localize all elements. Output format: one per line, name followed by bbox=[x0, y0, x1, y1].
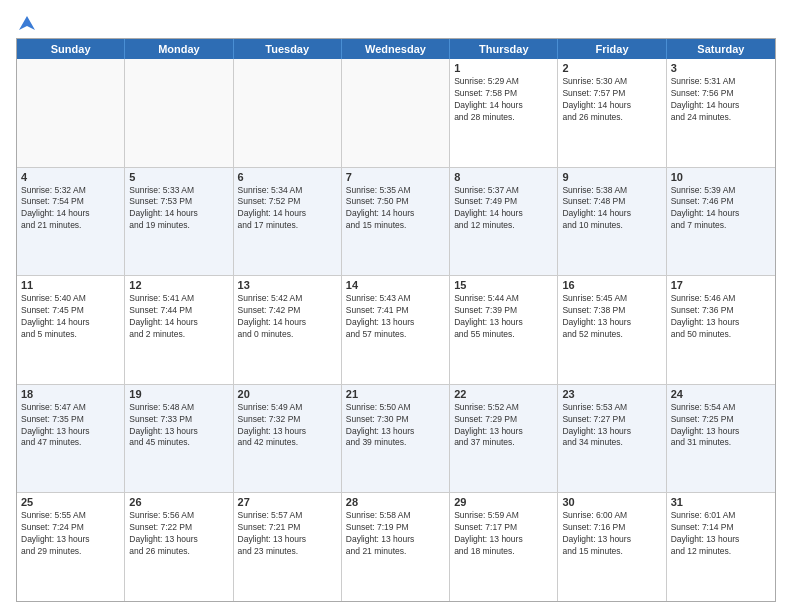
day-info: Sunrise: 5:46 AM Sunset: 7:36 PM Dayligh… bbox=[671, 293, 771, 341]
day-number: 17 bbox=[671, 279, 771, 291]
day-number: 19 bbox=[129, 388, 228, 400]
day-info: Sunrise: 5:56 AM Sunset: 7:22 PM Dayligh… bbox=[129, 510, 228, 558]
day-info: Sunrise: 5:31 AM Sunset: 7:56 PM Dayligh… bbox=[671, 76, 771, 124]
day-number: 31 bbox=[671, 496, 771, 508]
day-info: Sunrise: 5:41 AM Sunset: 7:44 PM Dayligh… bbox=[129, 293, 228, 341]
day-number: 13 bbox=[238, 279, 337, 291]
day-cell-19: 19Sunrise: 5:48 AM Sunset: 7:33 PM Dayli… bbox=[125, 385, 233, 493]
day-cell-2: 2Sunrise: 5:30 AM Sunset: 7:57 PM Daylig… bbox=[558, 59, 666, 167]
day-cell-15: 15Sunrise: 5:44 AM Sunset: 7:39 PM Dayli… bbox=[450, 276, 558, 384]
day-info: Sunrise: 5:53 AM Sunset: 7:27 PM Dayligh… bbox=[562, 402, 661, 450]
day-number: 8 bbox=[454, 171, 553, 183]
day-number: 21 bbox=[346, 388, 445, 400]
day-info: Sunrise: 5:44 AM Sunset: 7:39 PM Dayligh… bbox=[454, 293, 553, 341]
calendar-header: SundayMondayTuesdayWednesdayThursdayFrid… bbox=[17, 39, 775, 59]
day-info: Sunrise: 5:38 AM Sunset: 7:48 PM Dayligh… bbox=[562, 185, 661, 233]
header-day-thursday: Thursday bbox=[450, 39, 558, 59]
day-number: 5 bbox=[129, 171, 228, 183]
day-number: 23 bbox=[562, 388, 661, 400]
day-cell-10: 10Sunrise: 5:39 AM Sunset: 7:46 PM Dayli… bbox=[667, 168, 775, 276]
day-number: 1 bbox=[454, 62, 553, 74]
day-cell-8: 8Sunrise: 5:37 AM Sunset: 7:49 PM Daylig… bbox=[450, 168, 558, 276]
day-info: Sunrise: 5:55 AM Sunset: 7:24 PM Dayligh… bbox=[21, 510, 120, 558]
day-info: Sunrise: 5:52 AM Sunset: 7:29 PM Dayligh… bbox=[454, 402, 553, 450]
day-info: Sunrise: 5:32 AM Sunset: 7:54 PM Dayligh… bbox=[21, 185, 120, 233]
logo-bird-icon bbox=[17, 14, 37, 34]
day-info: Sunrise: 5:29 AM Sunset: 7:58 PM Dayligh… bbox=[454, 76, 553, 124]
day-info: Sunrise: 5:42 AM Sunset: 7:42 PM Dayligh… bbox=[238, 293, 337, 341]
day-info: Sunrise: 5:33 AM Sunset: 7:53 PM Dayligh… bbox=[129, 185, 228, 233]
day-info: Sunrise: 5:49 AM Sunset: 7:32 PM Dayligh… bbox=[238, 402, 337, 450]
day-number: 16 bbox=[562, 279, 661, 291]
day-info: Sunrise: 6:00 AM Sunset: 7:16 PM Dayligh… bbox=[562, 510, 661, 558]
day-number: 2 bbox=[562, 62, 661, 74]
day-info: Sunrise: 5:54 AM Sunset: 7:25 PM Dayligh… bbox=[671, 402, 771, 450]
day-info: Sunrise: 5:30 AM Sunset: 7:57 PM Dayligh… bbox=[562, 76, 661, 124]
day-number: 15 bbox=[454, 279, 553, 291]
day-cell-26: 26Sunrise: 5:56 AM Sunset: 7:22 PM Dayli… bbox=[125, 493, 233, 601]
calendar: SundayMondayTuesdayWednesdayThursdayFrid… bbox=[16, 38, 776, 602]
day-cell-24: 24Sunrise: 5:54 AM Sunset: 7:25 PM Dayli… bbox=[667, 385, 775, 493]
day-cell-3: 3Sunrise: 5:31 AM Sunset: 7:56 PM Daylig… bbox=[667, 59, 775, 167]
day-cell-4: 4Sunrise: 5:32 AM Sunset: 7:54 PM Daylig… bbox=[17, 168, 125, 276]
day-number: 11 bbox=[21, 279, 120, 291]
header-day-saturday: Saturday bbox=[667, 39, 775, 59]
header-day-tuesday: Tuesday bbox=[234, 39, 342, 59]
day-number: 29 bbox=[454, 496, 553, 508]
empty-cell bbox=[342, 59, 450, 167]
day-info: Sunrise: 5:39 AM Sunset: 7:46 PM Dayligh… bbox=[671, 185, 771, 233]
day-cell-1: 1Sunrise: 5:29 AM Sunset: 7:58 PM Daylig… bbox=[450, 59, 558, 167]
day-cell-29: 29Sunrise: 5:59 AM Sunset: 7:17 PM Dayli… bbox=[450, 493, 558, 601]
day-cell-14: 14Sunrise: 5:43 AM Sunset: 7:41 PM Dayli… bbox=[342, 276, 450, 384]
empty-cell bbox=[17, 59, 125, 167]
day-number: 18 bbox=[21, 388, 120, 400]
day-info: Sunrise: 5:40 AM Sunset: 7:45 PM Dayligh… bbox=[21, 293, 120, 341]
day-cell-31: 31Sunrise: 6:01 AM Sunset: 7:14 PM Dayli… bbox=[667, 493, 775, 601]
calendar-row-3: 18Sunrise: 5:47 AM Sunset: 7:35 PM Dayli… bbox=[17, 385, 775, 494]
day-info: Sunrise: 5:37 AM Sunset: 7:49 PM Dayligh… bbox=[454, 185, 553, 233]
day-number: 3 bbox=[671, 62, 771, 74]
day-cell-5: 5Sunrise: 5:33 AM Sunset: 7:53 PM Daylig… bbox=[125, 168, 233, 276]
day-number: 12 bbox=[129, 279, 228, 291]
day-number: 28 bbox=[346, 496, 445, 508]
empty-cell bbox=[234, 59, 342, 167]
day-number: 7 bbox=[346, 171, 445, 183]
day-number: 4 bbox=[21, 171, 120, 183]
day-info: Sunrise: 5:58 AM Sunset: 7:19 PM Dayligh… bbox=[346, 510, 445, 558]
calendar-row-4: 25Sunrise: 5:55 AM Sunset: 7:24 PM Dayli… bbox=[17, 493, 775, 601]
day-number: 6 bbox=[238, 171, 337, 183]
logo bbox=[16, 16, 37, 30]
day-info: Sunrise: 5:47 AM Sunset: 7:35 PM Dayligh… bbox=[21, 402, 120, 450]
day-info: Sunrise: 5:57 AM Sunset: 7:21 PM Dayligh… bbox=[238, 510, 337, 558]
svg-marker-0 bbox=[19, 16, 35, 30]
day-cell-27: 27Sunrise: 5:57 AM Sunset: 7:21 PM Dayli… bbox=[234, 493, 342, 601]
day-number: 30 bbox=[562, 496, 661, 508]
day-cell-18: 18Sunrise: 5:47 AM Sunset: 7:35 PM Dayli… bbox=[17, 385, 125, 493]
day-cell-6: 6Sunrise: 5:34 AM Sunset: 7:52 PM Daylig… bbox=[234, 168, 342, 276]
day-number: 9 bbox=[562, 171, 661, 183]
day-info: Sunrise: 5:59 AM Sunset: 7:17 PM Dayligh… bbox=[454, 510, 553, 558]
day-number: 26 bbox=[129, 496, 228, 508]
day-cell-16: 16Sunrise: 5:45 AM Sunset: 7:38 PM Dayli… bbox=[558, 276, 666, 384]
header-day-sunday: Sunday bbox=[17, 39, 125, 59]
day-cell-7: 7Sunrise: 5:35 AM Sunset: 7:50 PM Daylig… bbox=[342, 168, 450, 276]
day-cell-12: 12Sunrise: 5:41 AM Sunset: 7:44 PM Dayli… bbox=[125, 276, 233, 384]
day-cell-30: 30Sunrise: 6:00 AM Sunset: 7:16 PM Dayli… bbox=[558, 493, 666, 601]
header bbox=[16, 16, 776, 30]
day-cell-17: 17Sunrise: 5:46 AM Sunset: 7:36 PM Dayli… bbox=[667, 276, 775, 384]
day-cell-13: 13Sunrise: 5:42 AM Sunset: 7:42 PM Dayli… bbox=[234, 276, 342, 384]
calendar-row-1: 4Sunrise: 5:32 AM Sunset: 7:54 PM Daylig… bbox=[17, 168, 775, 277]
day-info: Sunrise: 5:45 AM Sunset: 7:38 PM Dayligh… bbox=[562, 293, 661, 341]
day-info: Sunrise: 5:43 AM Sunset: 7:41 PM Dayligh… bbox=[346, 293, 445, 341]
day-number: 24 bbox=[671, 388, 771, 400]
day-number: 10 bbox=[671, 171, 771, 183]
day-cell-9: 9Sunrise: 5:38 AM Sunset: 7:48 PM Daylig… bbox=[558, 168, 666, 276]
day-number: 14 bbox=[346, 279, 445, 291]
day-info: Sunrise: 5:50 AM Sunset: 7:30 PM Dayligh… bbox=[346, 402, 445, 450]
day-info: Sunrise: 5:48 AM Sunset: 7:33 PM Dayligh… bbox=[129, 402, 228, 450]
day-info: Sunrise: 5:35 AM Sunset: 7:50 PM Dayligh… bbox=[346, 185, 445, 233]
day-cell-23: 23Sunrise: 5:53 AM Sunset: 7:27 PM Dayli… bbox=[558, 385, 666, 493]
day-number: 27 bbox=[238, 496, 337, 508]
day-cell-21: 21Sunrise: 5:50 AM Sunset: 7:30 PM Dayli… bbox=[342, 385, 450, 493]
day-number: 20 bbox=[238, 388, 337, 400]
